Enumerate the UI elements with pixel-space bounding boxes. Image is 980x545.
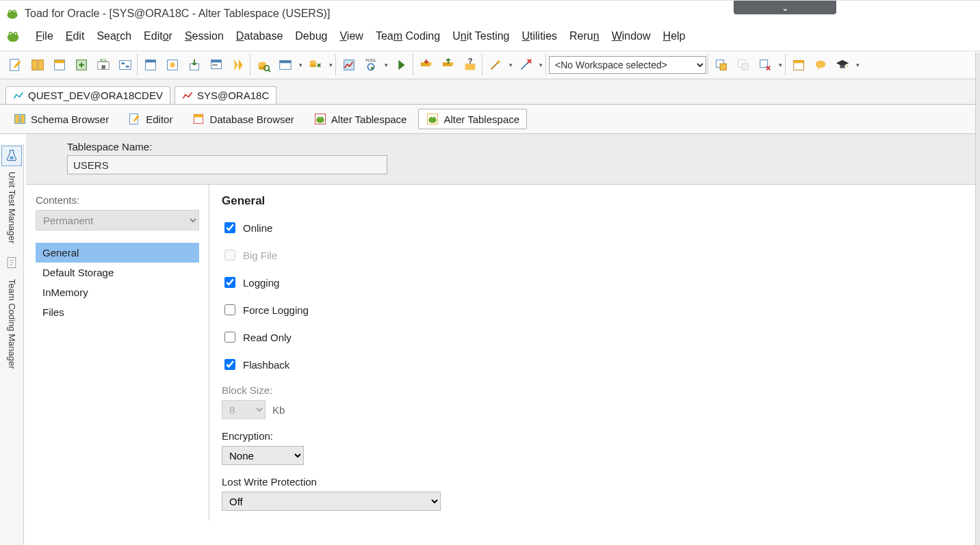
dropdown-arrow-icon[interactable]: ▾ <box>777 62 784 68</box>
open-file-icon[interactable] <box>416 55 437 75</box>
menu-edit[interactable]: Edit <box>66 30 85 42</box>
connection-tab-sys[interactable]: SYS@ORA18C <box>175 86 276 104</box>
dropdown-arrow-icon[interactable]: ▾ <box>383 62 389 68</box>
chat-icon[interactable] <box>810 55 831 75</box>
commit-icon[interactable] <box>391 55 411 75</box>
window-title: Toad for Oracle - [SYS@ORA18C - Alter Ta… <box>25 8 330 20</box>
logging-checkbox[interactable] <box>224 277 235 288</box>
section-default-storage[interactable]: Default Storage <box>36 263 199 282</box>
rebuild-icon[interactable] <box>71 55 92 75</box>
main-toolbar: SQL▦ ▾ ▾ PLSQL ▾ ? <box>0 51 980 79</box>
workspace-delete-icon[interactable] <box>755 55 775 75</box>
menu-window[interactable]: Window <box>612 30 651 42</box>
lost-write-select[interactable]: Off <box>222 492 441 511</box>
workspace-save-icon[interactable] <box>711 55 732 75</box>
team-coding-manager-label: Team Coding Manager <box>7 279 17 369</box>
menu-rerun[interactable]: Rerun <box>569 30 599 42</box>
encryption-select[interactable]: None <box>222 446 304 465</box>
contents-select: Permanent <box>36 210 199 230</box>
connection-tab-quest-dev[interactable]: QUEST_DEV@ORA18CDEV <box>5 86 170 104</box>
tablespace-name-input[interactable] <box>67 155 387 174</box>
tablespace-header-panel: Tablespace Name: <box>26 134 980 185</box>
automation-icon[interactable] <box>115 55 136 75</box>
team-coding-manager-button[interactable] <box>1 253 22 274</box>
online-label: Online <box>243 222 272 234</box>
menu-team-coding[interactable]: Team Coding <box>376 30 440 42</box>
describe-icon[interactable] <box>49 55 70 75</box>
bigfile-label: Big File <box>243 250 277 261</box>
editor-icon[interactable] <box>5 55 26 75</box>
section-list: General Default Storage InMemory Files <box>36 243 199 322</box>
dropdown-arrow-icon[interactable]: ▾ <box>507 62 514 68</box>
force-logging-checkbox[interactable] <box>224 304 235 315</box>
health-check-icon[interactable] <box>162 55 183 75</box>
flashback-label: Flashback <box>243 359 289 371</box>
general-panel: General Online Big File Logging Force Lo… <box>209 185 980 520</box>
help-icon[interactable]: ? <box>460 55 480 75</box>
menu-session[interactable]: Session <box>185 30 224 42</box>
workspace-select[interactable]: <No Workspace selected> <box>549 56 706 74</box>
dropdown-arrow-icon[interactable]: ▾ <box>297 62 304 68</box>
menu-database[interactable]: Database <box>236 30 283 42</box>
profiler-icon[interactable] <box>339 55 359 75</box>
magic-wand-icon[interactable] <box>485 55 506 75</box>
menu-file[interactable]: File <box>36 30 53 42</box>
dropdown-arrow-icon[interactable]: ▾ <box>327 62 334 68</box>
unit-test-manager-button[interactable] <box>1 146 22 166</box>
plsql-icon[interactable]: PLSQL <box>361 55 381 75</box>
tab-editor[interactable]: Editor <box>120 109 180 129</box>
script-manager-icon[interactable] <box>206 55 227 75</box>
import-icon[interactable] <box>184 55 205 75</box>
tab-schema-browser[interactable]: Schema Browser <box>5 109 116 129</box>
calendar-icon[interactable] <box>788 55 809 75</box>
section-general[interactable]: General <box>36 243 199 263</box>
right-edge-strip <box>975 53 980 545</box>
dropdown-arrow-icon[interactable]: ▾ <box>854 62 861 68</box>
connection-tab-strip: QUEST_DEV@ORA18CDEV SYS@ORA18C <box>0 79 980 105</box>
find-object-icon[interactable] <box>253 55 274 75</box>
schema-browser-icon[interactable] <box>27 55 48 75</box>
read-only-checkbox[interactable] <box>224 332 235 343</box>
logging-checkbox-row[interactable]: Logging <box>222 275 968 290</box>
svg-rect-12 <box>38 60 43 70</box>
session-browser-icon[interactable] <box>140 55 161 75</box>
clear-bookmarks-icon[interactable] <box>515 55 536 75</box>
menu-utilities[interactable]: Utilities <box>521 30 557 42</box>
svg-rect-53 <box>742 64 748 70</box>
menu-unit-testing[interactable]: Unit Testing <box>452 30 509 42</box>
window-list-icon[interactable] <box>275 55 296 75</box>
section-inmemory[interactable]: InMemory <box>36 282 199 302</box>
svg-rect-51 <box>720 64 726 70</box>
read-only-checkbox-row[interactable]: Read Only <box>222 330 968 345</box>
sql-icon[interactable]: SQL▦ <box>93 55 114 75</box>
tab-alter-tablespace-2[interactable]: Alter Tablespace <box>418 109 527 129</box>
svg-line-48 <box>491 62 499 69</box>
force-logging-checkbox-row[interactable]: Force Logging <box>222 302 968 317</box>
connection-tab-label: QUEST_DEV@ORA18CDEV <box>28 90 163 101</box>
workspace-add-icon[interactable] <box>733 55 753 75</box>
dropdown-arrow-icon[interactable]: ▾ <box>537 62 544 68</box>
left-nav-column: Contents: Permanent General Default Stor… <box>26 185 209 520</box>
menu-search[interactable]: Search <box>96 30 131 42</box>
svg-point-3 <box>10 11 11 12</box>
top-dropdown-pill[interactable]: ⌄ <box>734 1 836 14</box>
menu-debug[interactable]: Debug <box>295 30 327 42</box>
flashback-checkbox[interactable] <box>224 359 235 370</box>
section-files[interactable]: Files <box>36 302 199 322</box>
menu-view[interactable]: View <box>339 30 363 42</box>
online-checkbox[interactable] <box>224 222 235 233</box>
execute-icon[interactable] <box>228 55 248 75</box>
menu-help[interactable]: Help <box>663 30 686 42</box>
svg-point-39 <box>310 64 316 68</box>
svg-text:PLSQL: PLSQL <box>366 59 376 62</box>
top-stripe: ⌄ <box>0 1 980 4</box>
svg-point-43 <box>371 67 374 70</box>
flashback-checkbox-row[interactable]: Flashback <box>222 357 968 372</box>
tab-alter-tablespace-1[interactable]: Alter Tablespace <box>306 109 415 129</box>
menu-editor[interactable]: Editor <box>144 30 172 42</box>
tab-database-browser[interactable]: Database Browser <box>184 109 301 129</box>
graduation-icon[interactable] <box>832 55 853 75</box>
save-file-icon[interactable] <box>438 55 459 75</box>
connection-icon[interactable] <box>305 55 326 75</box>
online-checkbox-row[interactable]: Online <box>222 220 968 235</box>
